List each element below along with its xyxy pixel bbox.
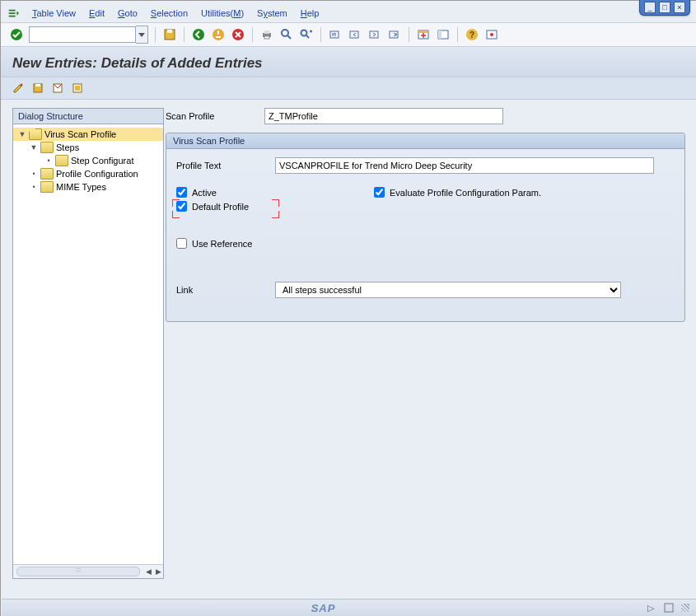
tree-node-profile-configuration[interactable]: •Profile Configuration (13, 167, 163, 180)
deselect-icon[interactable] (70, 81, 85, 96)
svg-rect-7 (264, 30, 269, 34)
layout-icon[interactable] (436, 27, 451, 42)
first-record-icon[interactable] (328, 27, 343, 42)
tree-scroll-left-icon[interactable]: ◀ (143, 567, 153, 576)
required-marker-icon (172, 211, 180, 218)
find-icon[interactable] (279, 27, 294, 42)
required-marker-icon (272, 199, 279, 207)
standard-toolbar: ? (1, 22, 696, 47)
separator (409, 27, 409, 42)
menu-edit[interactable]: Edit (89, 8, 105, 18)
scan-profile-input[interactable] (264, 108, 503, 124)
menu-help[interactable]: Help (301, 8, 320, 18)
dialog-structure-tree: Dialog Structure ▼Virus Scan Profile ▼St… (12, 108, 164, 579)
svg-rect-2 (167, 30, 172, 33)
find-next-icon[interactable] (299, 27, 314, 42)
tree-node-step-configurat[interactable]: •Step Configurat (13, 154, 163, 167)
resize-grip-icon[interactable] (681, 604, 689, 612)
command-dropdown-icon[interactable] (136, 26, 148, 44)
command-input[interactable] (29, 26, 136, 43)
select-all-icon[interactable] (50, 81, 65, 96)
svg-rect-8 (264, 36, 269, 39)
detail-panel: Scan Profile Virus Scan Profile Profile … (166, 108, 685, 587)
window-controls: _ □ × (639, 0, 690, 16)
menu-system[interactable]: System (257, 8, 287, 18)
active-checkbox[interactable] (176, 187, 187, 198)
menu-indicator-icon[interactable] (7, 7, 19, 19)
window-minimize-button[interactable]: _ (644, 2, 656, 13)
link-label: Link (176, 285, 265, 295)
tree-node-mime-types[interactable]: •MIME Types (13, 180, 163, 194)
separator (252, 27, 253, 42)
cancel-icon[interactable] (231, 27, 245, 42)
print-icon[interactable] (259, 27, 274, 42)
required-marker-icon (272, 211, 279, 218)
svg-rect-16 (418, 30, 428, 33)
svg-rect-28 (75, 86, 80, 91)
change-icon[interactable] (11, 81, 26, 96)
tree-scrollbar: ◀ ▶ (13, 564, 163, 578)
svg-point-10 (301, 30, 307, 36)
separator (457, 27, 458, 42)
svg-rect-12 (350, 31, 358, 38)
back-icon[interactable] (191, 27, 206, 42)
svg-rect-29 (665, 604, 673, 612)
svg-rect-18 (438, 30, 441, 39)
status-info-icon[interactable] (663, 602, 675, 614)
svg-point-9 (282, 30, 288, 36)
svg-rect-13 (370, 31, 378, 38)
content-area: Dialog Structure ▼Virus Scan Profile ▼St… (1, 100, 696, 599)
tree-body: ▼Virus Scan Profile ▼Steps •Step Configu… (13, 124, 163, 564)
evaluate-param-label: Evaluate Profile Configuration Param. (390, 188, 541, 198)
status-nav-icon[interactable]: ▷ (645, 602, 656, 614)
tree-header: Dialog Structure (13, 109, 163, 124)
window-maximize-button[interactable]: □ (659, 2, 670, 13)
menu-selection[interactable]: Selection (151, 8, 188, 18)
ok-icon[interactable] (9, 27, 24, 42)
new-session-icon[interactable] (416, 27, 431, 42)
use-reference-checkbox[interactable] (176, 238, 187, 249)
tree-scroll-right-icon[interactable]: ▶ (153, 567, 163, 576)
tree-horizontal-scrollbar[interactable] (16, 567, 140, 576)
exit-icon[interactable] (211, 27, 226, 42)
menu-utilities[interactable]: Utilities(M) (201, 8, 244, 18)
next-record-icon[interactable] (367, 27, 382, 42)
last-record-icon[interactable] (387, 27, 402, 42)
page-title: New Entries: Details of Added Entries (12, 55, 263, 71)
save-small-icon[interactable] (30, 81, 45, 96)
active-label: Active (192, 188, 217, 198)
separator (184, 27, 185, 42)
tree-node-steps[interactable]: ▼Steps (13, 141, 163, 154)
use-reference-label: Use Reference (192, 239, 252, 249)
evaluate-param-checkbox[interactable] (374, 187, 385, 198)
separator (320, 27, 321, 42)
group-header: Virus Scan Profile (166, 133, 684, 149)
menu-goto[interactable]: Goto (118, 8, 138, 18)
menu-bar: Table View Edit Goto Selection Utilities… (1, 1, 696, 22)
status-bar: SAP ▷ (2, 599, 696, 616)
required-marker-icon (172, 199, 180, 207)
default-profile-label: Default Profile (192, 202, 249, 212)
profile-text-label: Profile Text (176, 161, 265, 170)
menu-table-view[interactable]: Table View (32, 8, 76, 18)
svg-point-23 (21, 84, 23, 86)
window-close-button[interactable]: × (674, 2, 685, 13)
save-icon[interactable] (162, 27, 177, 42)
virus-scan-profile-group: Virus Scan Profile Profile Text Active (166, 133, 685, 322)
link-select[interactable]: All steps successful (275, 282, 621, 298)
svg-point-22 (490, 33, 493, 36)
help-icon[interactable]: ? (465, 27, 479, 42)
svg-rect-25 (35, 84, 40, 86)
sap-logo: SAP (8, 602, 638, 614)
application-toolbar (1, 77, 696, 100)
svg-point-3 (193, 29, 204, 40)
separator (155, 27, 156, 42)
settings-icon[interactable] (484, 27, 499, 42)
tree-node-virus-scan-profile[interactable]: ▼Virus Scan Profile (13, 128, 163, 141)
svg-rect-11 (330, 31, 339, 38)
command-field (29, 26, 148, 44)
profile-text-input[interactable] (275, 157, 654, 174)
scan-profile-label: Scan Profile (166, 111, 255, 121)
page-title-bar: New Entries: Details of Added Entries (1, 47, 696, 77)
prev-record-icon[interactable] (348, 27, 362, 42)
